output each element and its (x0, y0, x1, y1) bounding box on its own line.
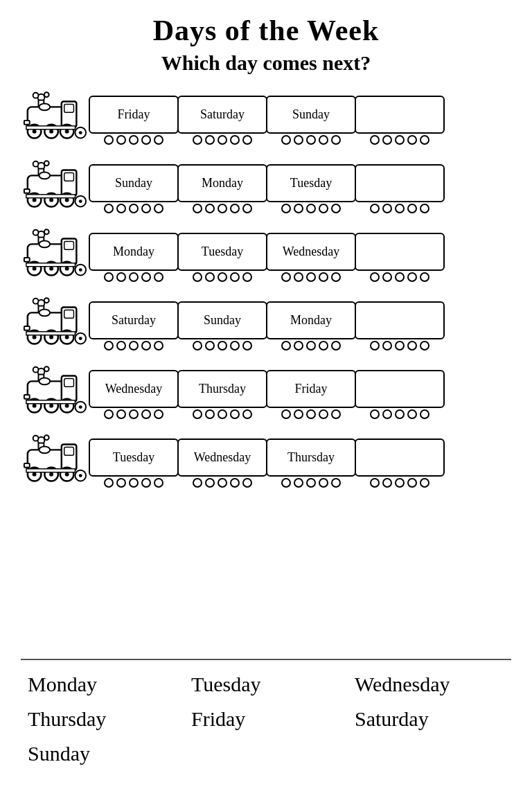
car-wheels-4-4 (370, 341, 429, 351)
car-wheels-4-2 (193, 341, 252, 351)
wheel (407, 478, 417, 488)
wheel (281, 204, 291, 213)
wheel (141, 204, 151, 213)
wheel (319, 478, 328, 488)
car-label-1-2: Saturday (177, 96, 267, 134)
engine-5 (21, 366, 90, 424)
wheel (193, 341, 202, 351)
car-2-3: Tuesday (266, 164, 356, 213)
wheel (281, 409, 291, 419)
svg-point-102 (49, 472, 53, 476)
train-row-2: SundayMondayTuesday (21, 156, 511, 222)
car-4-4[interactable] (355, 301, 445, 351)
svg-rect-107 (26, 468, 76, 472)
car-wheels-2-1 (104, 204, 163, 213)
car-3-4[interactable] (355, 233, 445, 282)
answer-blank-2[interactable] (355, 164, 445, 202)
answer-word-7[interactable]: Sunday (28, 739, 177, 768)
wheel (154, 478, 163, 488)
svg-rect-80 (24, 394, 30, 398)
car-6-1: Tuesday (89, 438, 179, 488)
car-4-3: Monday (266, 301, 356, 351)
wheel (230, 478, 240, 488)
answer-word-6[interactable]: Saturday (355, 704, 504, 734)
answer-blank-4[interactable] (355, 301, 445, 339)
engine-4 (21, 297, 90, 355)
engine-1 (21, 91, 90, 150)
wheel (129, 272, 139, 282)
car-wheels-2-4 (370, 204, 429, 213)
wheel (407, 341, 417, 351)
answer-word-4[interactable]: Thursday (28, 704, 177, 734)
car-6-4[interactable] (355, 438, 445, 488)
wheel (294, 272, 303, 282)
car-label-3-1: Monday (89, 233, 179, 271)
wheel (129, 204, 139, 213)
svg-point-79 (39, 378, 50, 384)
car-4-2: Sunday (177, 301, 267, 351)
answer-blank-3[interactable] (355, 233, 445, 271)
wheel (218, 478, 227, 488)
wheel (129, 135, 139, 145)
wheel (382, 135, 392, 145)
wheel (230, 204, 240, 213)
wheel (306, 204, 316, 213)
answer-blank-1[interactable] (355, 96, 445, 134)
wheel (281, 272, 291, 282)
wheel (370, 341, 380, 351)
engine-2 (21, 160, 90, 218)
car-wheels-4-3 (281, 341, 341, 351)
wheel (319, 341, 328, 351)
svg-rect-78 (64, 378, 74, 387)
answer-blank-6[interactable] (355, 438, 445, 477)
wheel (420, 272, 429, 282)
answer-word-5[interactable]: Friday (191, 704, 341, 734)
wheel (141, 478, 151, 488)
wheel (205, 135, 215, 145)
svg-point-86 (65, 403, 69, 407)
car-1-4[interactable] (355, 96, 445, 145)
car-label-2-1: Sunday (89, 164, 179, 202)
car-wheels-3-1 (104, 272, 163, 282)
wheel (407, 272, 417, 282)
svg-rect-24 (64, 172, 74, 181)
car-label-5-3: Friday (266, 370, 356, 408)
answer-word-3[interactable]: Wednesday (355, 670, 504, 699)
car-wheels-3-2 (193, 272, 252, 282)
wheel (104, 341, 114, 351)
car-5-4[interactable] (355, 370, 445, 419)
svg-point-56 (44, 298, 49, 303)
svg-point-104 (65, 472, 69, 476)
wheel (141, 135, 151, 145)
answer-word-1[interactable]: Monday (28, 670, 177, 699)
car-6-3: Thursday (266, 438, 356, 488)
car-label-5-2: Thursday (177, 370, 267, 408)
wheel (331, 341, 341, 351)
wheel (370, 204, 380, 213)
svg-rect-96 (64, 447, 74, 455)
svg-point-16 (79, 131, 82, 134)
svg-rect-17 (26, 125, 76, 129)
car-label-4-3: Monday (266, 301, 356, 339)
car-wheels-3-3 (281, 272, 341, 282)
answer-blank-5[interactable] (355, 370, 445, 408)
wheel (230, 409, 240, 419)
page-title: Days of the Week (21, 14, 511, 47)
car-2-4[interactable] (355, 164, 445, 213)
car-wheels-2-3 (281, 204, 341, 213)
wheel (104, 409, 114, 419)
wheel (154, 204, 163, 213)
wheel (230, 135, 240, 145)
svg-rect-53 (26, 263, 76, 266)
svg-rect-8 (24, 120, 30, 124)
wheel (407, 135, 417, 145)
answer-word-2[interactable]: Tuesday (191, 670, 341, 699)
wheel (331, 272, 341, 282)
wheel (281, 341, 291, 351)
wheel (154, 341, 163, 351)
wheel (154, 272, 163, 282)
wheel (129, 341, 139, 351)
car-label-6-1: Tuesday (89, 438, 179, 477)
car-label-4-1: Saturday (89, 301, 179, 339)
wheel (116, 409, 126, 419)
